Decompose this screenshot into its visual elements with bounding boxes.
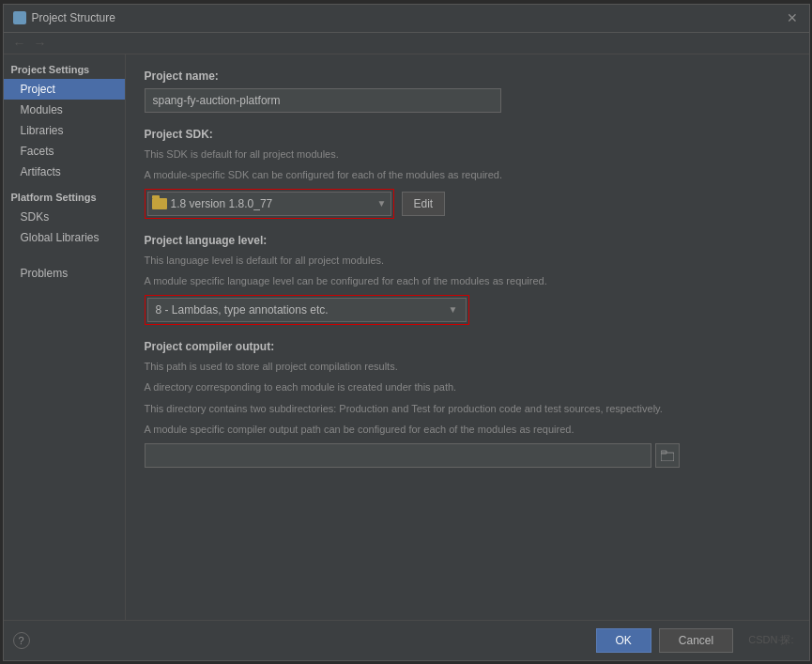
sidebar-item-global-libraries[interactable]: Global Libraries (4, 227, 125, 248)
compiler-output-label: Project compiler output: (145, 340, 790, 353)
help-button[interactable]: ? (13, 632, 30, 649)
sidebar-item-artifacts[interactable]: Artifacts (4, 162, 125, 182)
project-structure-dialog: Project Structure ✕ ← → Project Settings… (3, 4, 810, 661)
dialog-footer: OK Cancel CSDN·探: (4, 620, 809, 660)
project-name-input[interactable] (145, 88, 501, 113)
svg-rect-0 (15, 15, 24, 23)
project-settings-header: Project Settings (4, 58, 125, 79)
dialog-icon (13, 11, 26, 24)
platform-settings-header: Platform Settings (4, 182, 125, 207)
sdk-dropdown-wrapper: 1.8 version 1.8.0_77 ▼ (145, 189, 394, 219)
lang-dropdown-wrapper: 8 - Lambdas, type annotations etc. ▼ (145, 295, 469, 325)
title-bar: Project Structure ✕ (4, 5, 809, 33)
back-button[interactable]: ← (11, 36, 28, 51)
project-name-label: Project name: (145, 69, 790, 83)
sdk-dropdown-inner: 1.8 version 1.8.0_77 (152, 197, 374, 210)
svg-rect-1 (15, 13, 20, 16)
sdk-dropdown[interactable]: 1.8 version 1.8.0_77 ▼ (147, 192, 391, 216)
sdk-row: 1.8 version 1.8.0_77 ▼ Edit (145, 189, 790, 219)
compiler-desc4: A module specific compiler output path c… (145, 422, 790, 438)
sidebar: Project Settings Project Modules Librari… (4, 54, 126, 620)
forward-button[interactable]: → (32, 36, 49, 51)
edit-sdk-button[interactable]: Edit (402, 192, 446, 216)
sidebar-item-facets[interactable]: Facets (4, 141, 125, 162)
sidebar-item-libraries[interactable]: Libraries (4, 120, 125, 141)
project-sdk-group: Project SDK: This SDK is default for all… (145, 128, 790, 219)
cancel-button[interactable]: Cancel (659, 628, 733, 653)
sdk-dropdown-arrow: ▼ (374, 198, 387, 208)
ok-button[interactable]: OK (596, 628, 651, 653)
compiler-desc2: A directory corresponding to each module… (145, 379, 790, 395)
close-button[interactable]: ✕ (785, 10, 800, 25)
sdk-value: 1.8 version 1.8.0_77 (171, 197, 273, 210)
dialog-title: Project Structure (32, 11, 115, 24)
watermark: CSDN·探: (748, 633, 793, 647)
lang-desc2: A module specific language level can be … (145, 273, 790, 289)
sdk-desc2: A module-specific SDK can be configured … (145, 167, 790, 183)
project-sdk-label: Project SDK: (145, 128, 790, 141)
sdk-desc1: This SDK is default for all project modu… (145, 147, 790, 162)
sidebar-item-modules[interactable]: Modules (4, 100, 125, 120)
sidebar-item-sdks[interactable]: SDKs (4, 207, 125, 227)
compiler-desc1: This path is used to store all project c… (145, 359, 790, 375)
compiler-output-folder-button[interactable] (655, 443, 680, 468)
lang-value: 8 - Lambdas, type annotations etc. (156, 303, 445, 317)
main-content: Project name: Project SDK: This SDK is d… (126, 54, 809, 620)
lang-dropdown[interactable]: 8 - Lambdas, type annotations etc. ▼ (147, 298, 467, 322)
title-bar-left: Project Structure (13, 11, 115, 24)
sidebar-item-problems[interactable]: Problems (4, 263, 125, 284)
sidebar-item-project[interactable]: Project (4, 79, 125, 100)
compiler-output-group: Project compiler output: This path is us… (145, 340, 790, 468)
language-level-group: Project language level: This language le… (145, 234, 790, 325)
compiler-output-input[interactable] (145, 443, 651, 468)
nav-bar: ← → (4, 33, 809, 54)
lang-desc1: This language level is default for all p… (145, 253, 790, 269)
lang-dropdown-arrow: ▼ (445, 304, 458, 315)
dialog-body: Project Settings Project Modules Librari… (4, 54, 809, 620)
compiler-desc3: This directory contains two subdirectori… (145, 401, 790, 417)
project-name-group: Project name: (145, 69, 790, 113)
sdk-folder-icon (152, 198, 167, 209)
language-level-label: Project language level: (145, 234, 790, 247)
compiler-output-row (145, 443, 790, 468)
